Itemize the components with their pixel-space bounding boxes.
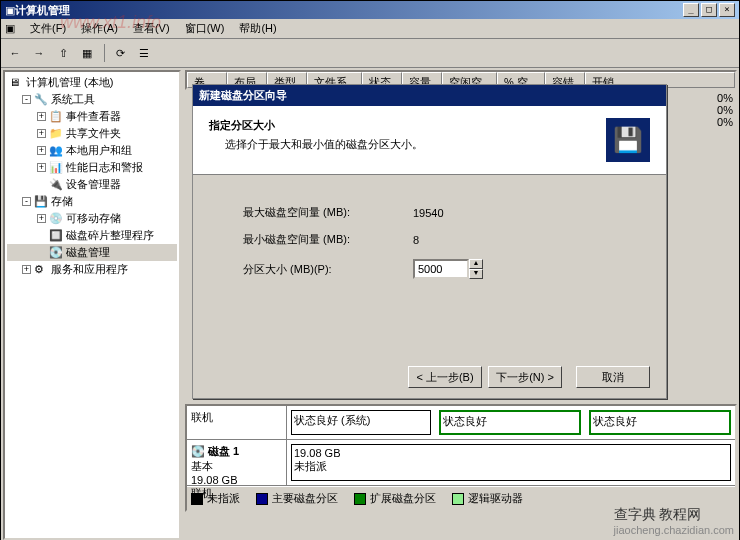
tree-diskmgmt[interactable]: 💽磁盘管理 <box>7 244 177 261</box>
tree-systools[interactable]: -🔧系统工具 <box>7 91 177 108</box>
disk-1-row: 💽 磁盘 1 基本 19.08 GB 联机 19.08 GB 未指派 <box>187 440 735 486</box>
disk-icon: 💾 <box>606 118 650 162</box>
legend-logical: 逻辑驱动器 <box>468 491 523 506</box>
legend-ext: 扩展磁盘分区 <box>370 491 436 506</box>
tree-devmgr[interactable]: 🔌设备管理器 <box>7 176 177 193</box>
refresh-icon[interactable]: ⟳ <box>109 42 131 64</box>
partition-wizard-dialog: 新建磁盘分区向导 指定分区大小 选择介于最大和最小值的磁盘分区大小。 💾 最大磁… <box>192 84 667 399</box>
disk-0-part-1[interactable]: 状态良好 (系统) <box>291 410 431 435</box>
spin-down-icon[interactable]: ▼ <box>469 269 483 279</box>
tree-eventviewer[interactable]: +📋事件查看器 <box>7 108 177 125</box>
wizard-heading: 指定分区大小 <box>209 118 606 133</box>
tree-storage[interactable]: -💾存储 <box>7 193 177 210</box>
disk-1-unallocated[interactable]: 19.08 GB 未指派 <box>291 444 731 481</box>
menu-bar: ▣ 文件(F) 操作(A) 查看(V) 窗口(W) 帮助(H) <box>1 19 739 39</box>
back-button[interactable]: < 上一步(B) <box>408 366 482 388</box>
disk-graphical-view: 联机 状态良好 (系统) 状态良好 状态良好 💽 磁盘 1 基本 19.08 G… <box>185 404 737 512</box>
tree-removable[interactable]: +💿可移动存储 <box>7 210 177 227</box>
minimize-button[interactable]: _ <box>683 3 699 17</box>
min-space-label: 最小磁盘空间量 (MB): <box>243 232 413 247</box>
tree-users[interactable]: +👥本地用户和组 <box>7 142 177 159</box>
wizard-header: 指定分区大小 选择介于最大和最小值的磁盘分区大小。 💾 <box>193 106 666 175</box>
partition-size-spinner: ▲ ▼ <box>413 259 483 279</box>
cancel-button[interactable]: 取消 <box>576 366 650 388</box>
next-button[interactable]: 下一步(N) > <box>488 366 562 388</box>
legend-unalloc: 未指派 <box>207 491 240 506</box>
app-icon: ▣ <box>5 4 15 17</box>
mmc-icon: ▣ <box>5 22 15 34</box>
wizard-title[interactable]: 新建磁盘分区向导 <box>193 85 666 106</box>
maximize-button[interactable]: □ <box>701 3 717 17</box>
tree-perf[interactable]: +📊性能日志和警报 <box>7 159 177 176</box>
max-space-value: 19540 <box>413 207 503 219</box>
close-button[interactable]: × <box>719 3 735 17</box>
toolbar: ← → ⇧ ▦ ⟳ ☰ <box>1 39 739 68</box>
menu-help[interactable]: 帮助(H) <box>239 22 276 34</box>
wizard-subheading: 选择介于最大和最小值的磁盘分区大小。 <box>209 137 606 152</box>
disk-0-info[interactable]: 联机 <box>187 406 287 439</box>
partition-size-label: 分区大小 (MB)(P): <box>243 262 413 277</box>
credit: 查字典 教程网 jiaocheng.chazidian.com <box>614 506 734 536</box>
back-icon[interactable]: ← <box>4 42 26 64</box>
tree-defrag[interactable]: 🔲磁盘碎片整理程序 <box>7 227 177 244</box>
max-space-label: 最大磁盘空间量 (MB): <box>243 205 413 220</box>
menu-window[interactable]: 窗口(W) <box>185 22 225 34</box>
tree-view[interactable]: 🖥计算机管理 (本地) -🔧系统工具 +📋事件查看器 +📁共享文件夹 +👥本地用… <box>3 70 181 540</box>
forward-icon[interactable]: → <box>28 42 50 64</box>
disk-0-part-2[interactable]: 状态良好 <box>439 410 581 435</box>
pct-column: 0%0%0% <box>717 92 733 128</box>
up-icon[interactable]: ⇧ <box>52 42 74 64</box>
disk-0-row: 联机 状态良好 (系统) 状态良好 状态良好 <box>187 406 735 440</box>
disk-0-part-3[interactable]: 状态良好 <box>589 410 731 435</box>
props-icon[interactable]: ▦ <box>76 42 98 64</box>
list-icon[interactable]: ☰ <box>133 42 155 64</box>
legend-primary: 主要磁盘分区 <box>272 491 338 506</box>
partition-size-input[interactable] <box>413 259 469 279</box>
min-space-value: 8 <box>413 234 503 246</box>
menu-file[interactable]: 文件(F) <box>30 22 66 34</box>
menu-action[interactable]: 操作(A) <box>81 22 118 34</box>
menu-view[interactable]: 查看(V) <box>133 22 170 34</box>
title-bar[interactable]: ▣ 计算机管理 _ □ × <box>1 1 739 19</box>
wizard-footer: < 上一步(B) 下一步(N) > 取消 <box>402 366 650 388</box>
tree-services[interactable]: +⚙服务和应用程序 <box>7 261 177 278</box>
tree-root[interactable]: 🖥计算机管理 (本地) <box>7 74 177 91</box>
window-title: 计算机管理 <box>15 3 681 18</box>
tree-shared[interactable]: +📁共享文件夹 <box>7 125 177 142</box>
disk-1-info[interactable]: 💽 磁盘 1 基本 19.08 GB 联机 <box>187 440 287 485</box>
spin-up-icon[interactable]: ▲ <box>469 259 483 269</box>
wizard-body: 最大磁盘空间量 (MB): 19540 最小磁盘空间量 (MB): 8 分区大小… <box>193 175 666 321</box>
